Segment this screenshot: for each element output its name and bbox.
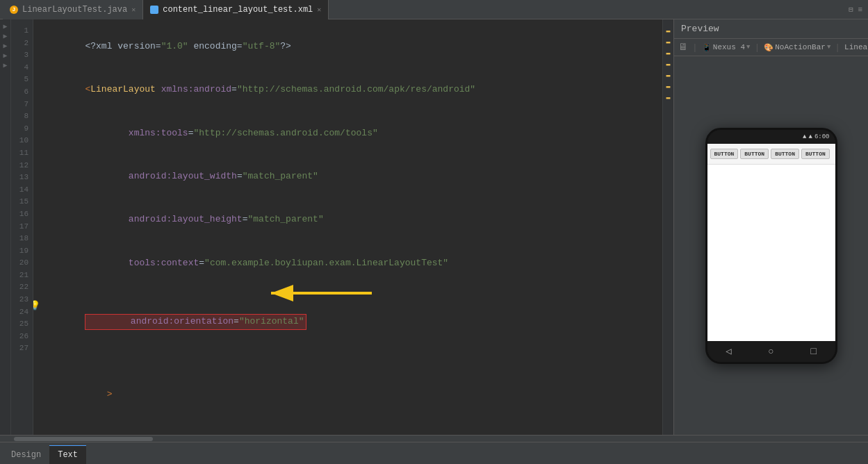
back-icon: ◁ — [726, 345, 731, 357]
preview-panel: Preview 🖥 | 📱 Nexus 4 ▼ | 🎨 NoActionBar … — [673, 19, 868, 435]
preview-body: ▲ ▲ 6:00 BUTTON BUTTON BUTTON BUTTON ◁ ○ — [674, 56, 868, 435]
code-line-9 — [42, 417, 662, 431]
wifi-icon: ▲ — [803, 133, 806, 140]
phone-content — [707, 165, 835, 341]
sidebar-fold-3: ▶ — [1, 42, 10, 50]
tab-actions: ⊟ ≡ — [843, 5, 868, 14]
tab-text[interactable]: Text — [49, 445, 86, 464]
tab-java-label: LinearLayoutTest.java — [22, 5, 127, 15]
code-line-5: android:layout_height="match_parent" — [42, 199, 662, 242]
theme-icon: 🎨 — [764, 43, 773, 52]
close-xml-tab[interactable]: ✕ — [317, 6, 321, 14]
fold-2: ▬ — [663, 36, 673, 47]
main-content: ▶ ▶ ▶ ▶ ▶ 1 2 3 4 5 6 7 8 9 10 11 12 13 … — [0, 19, 868, 435]
toolbar-sep-2: | — [754, 42, 760, 53]
fold-4: ▬ — [663, 58, 673, 69]
phone-button-3: BUTTON — [771, 149, 799, 159]
code-content[interactable]: <?xml version="1.0" encoding="utf-8"?> <… — [33, 19, 662, 435]
preview-title: Preview — [674, 19, 868, 39]
preview-toolbar: 🖥 | 📱 Nexus 4 ▼ | 🎨 NoActionBar ▼ | Line… — [674, 39, 868, 56]
phone-mockup: ▲ ▲ 6:00 BUTTON BUTTON BUTTON BUTTON ◁ ○ — [705, 128, 837, 364]
code-line-8: > — [42, 373, 662, 416]
code-line-7: 💡 android:orientation="horizontal" — [42, 285, 662, 373]
tab-xml-label: content_linear_layout_test.xml — [163, 5, 313, 15]
nexus-selector[interactable]: 📱 Nexus 4 ▼ — [702, 43, 751, 52]
app-selector[interactable]: LinearLayoutTest ▼ — [844, 43, 868, 51]
phone-app-bar: BUTTON BUTTON BUTTON BUTTON — [707, 144, 835, 165]
status-time: 6:00 — [814, 133, 830, 140]
toolbar-sep-1: | — [692, 42, 698, 53]
close-java-tab[interactable]: ✕ — [131, 6, 136, 14]
fold-6: ▬ — [663, 81, 673, 92]
phone-nav-bar: ◁ ○ □ — [707, 341, 835, 362]
phone-status-bar: ▲ ▲ 6:00 — [707, 130, 835, 144]
tab-java[interactable]: J LinearLayoutTest.java ✕ — [3, 0, 143, 19]
sidebar-fold-4: ▶ — [1, 51, 10, 60]
sidebar-fold-1: ▶ — [1, 22, 10, 31]
code-line-4: android:layout_width="match_parent" — [42, 155, 662, 198]
editor-area[interactable]: 1 2 3 4 5 6 7 8 9 10 11 12 13 14 15 16 1… — [11, 19, 673, 435]
scrollbar-thumb[interactable] — [14, 437, 153, 441]
fold-1: ▬ — [663, 25, 673, 36]
code-line-1: <?xml version="1.0" encoding="utf-8"?> — [42, 25, 662, 68]
fold-5: ▬ — [663, 69, 673, 81]
sidebar-fold-2: ▶ — [1, 32, 10, 40]
code-line-10: <Button — [42, 431, 662, 435]
monitor-icon: 🖥 — [678, 42, 688, 53]
phone-button-1: BUTTON — [710, 149, 739, 159]
theme-selector[interactable]: 🎨 NoActionBar ▼ — [764, 43, 830, 52]
code-line-6: tools:context="com.example.boyliupan.exa… — [42, 242, 662, 285]
line-numbers: 1 2 3 4 5 6 7 8 9 10 11 12 13 14 15 16 1… — [11, 19, 33, 435]
right-gutter: ▬ ▬ ▬ ▬ ▬ ▬ ▬ — [662, 19, 673, 435]
phone-button-2: BUTTON — [740, 149, 769, 159]
java-icon: J — [10, 6, 18, 14]
tab-design[interactable]: Design — [3, 445, 49, 464]
recents-icon: □ — [811, 346, 817, 357]
sidebar-fold-5: ▶ — [1, 61, 10, 69]
code-line-2: <LinearLayout xmlns:android="http://sche… — [42, 68, 662, 111]
signal-icon: ▲ — [808, 133, 812, 140]
phone-screen: BUTTON BUTTON BUTTON BUTTON — [707, 144, 835, 341]
tab-xml[interactable]: content_linear_layout_test.xml ✕ — [143, 0, 329, 19]
home-icon: ○ — [768, 346, 773, 357]
toolbar-sep-3: | — [835, 42, 840, 53]
code-line-3: xmlns:tools="http://schemas.android.com/… — [42, 112, 662, 155]
nexus-icon: 📱 — [702, 43, 712, 52]
fold-3: ▬ — [663, 47, 673, 58]
fold-7: ▬ — [663, 92, 673, 103]
left-sidebar: ▶ ▶ ▶ ▶ ▶ — [0, 19, 11, 435]
tab-bar: J LinearLayoutTest.java ✕ content_linear… — [0, 0, 868, 19]
bottom-tab-bar: Design Text — [0, 442, 868, 464]
phone-button-4: BUTTON — [801, 149, 830, 159]
horizontal-scrollbar[interactable] — [0, 435, 868, 442]
xml-icon — [150, 6, 158, 14]
